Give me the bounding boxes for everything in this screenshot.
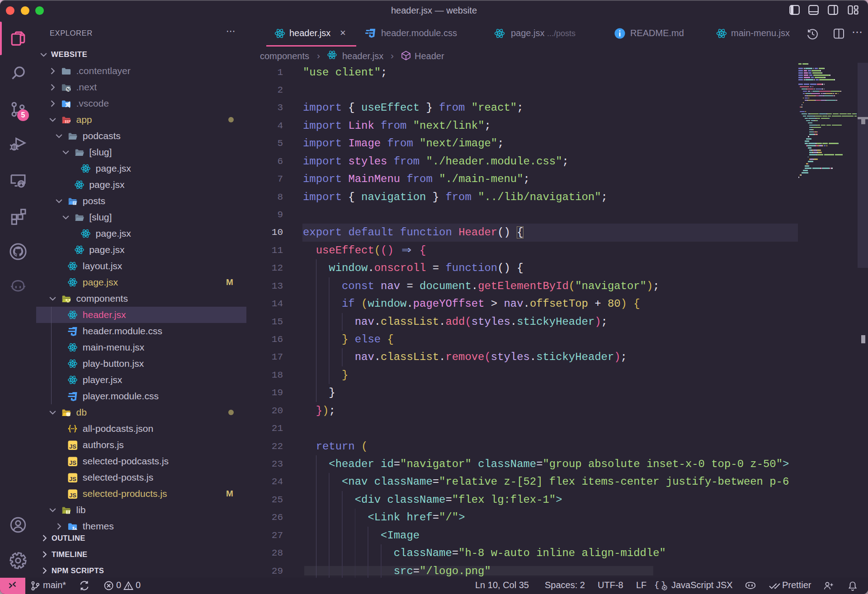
svg-text:JS: JS	[69, 476, 76, 482]
svg-text:JS: JS	[69, 492, 76, 499]
svg-text:JS: JS	[69, 459, 76, 466]
svg-text:JS: JS	[69, 443, 76, 450]
svg-text:N: N	[66, 87, 70, 92]
